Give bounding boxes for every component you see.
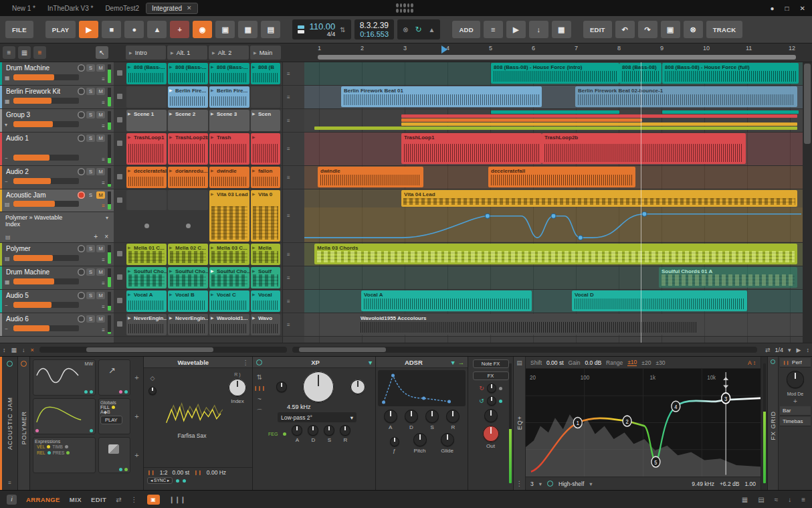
track-row[interactable]: Audio 6 SM — [0, 313, 114, 337]
clip-slot[interactable] — [251, 133, 280, 165]
add-fx-button[interactable]: + — [780, 398, 811, 405]
track-menu-icon[interactable] — [102, 304, 105, 310]
edit-button[interactable]: EDIT — [583, 21, 612, 38]
fill-label[interactable]: FILL — [100, 405, 110, 410]
volume-fader[interactable] — [13, 278, 79, 284]
scene-play-icon[interactable] — [253, 50, 257, 55]
clip-play-icon[interactable] — [211, 64, 214, 69]
clip-slot[interactable]: Soulful Cho... — [126, 267, 167, 288]
clip-slot[interactable]: Berlin Fire... — [209, 86, 249, 108]
volume-fader[interactable] — [13, 255, 79, 261]
pitch-knob[interactable] — [413, 433, 427, 446]
track-name[interactable]: Berlin Firework Kit — [6, 88, 60, 95]
clip-slot[interactable]: Trash — [209, 133, 249, 165]
wavetable-title[interactable]: Wavetable — [147, 359, 239, 366]
device-chain-label[interactable]: Polymer » Wavetable — [5, 214, 108, 221]
clip-slot[interactable]: Vita 0 — [251, 190, 280, 242]
mappings-icon[interactable]: ≈ — [775, 496, 779, 503]
clip-slot[interactable]: dorianredu... — [168, 167, 208, 188]
track-menu-icon[interactable] — [102, 157, 105, 163]
spread-knob[interactable] — [484, 409, 498, 422]
band-gain-value[interactable]: +6.2 dB — [720, 481, 740, 487]
band-select-caret[interactable] — [539, 481, 542, 487]
mod-outputs[interactable] — [119, 390, 128, 394]
solo-button[interactable]: S — [86, 88, 95, 95]
panel-layout-button[interactable] — [261, 21, 280, 38]
record-arm-button[interactable] — [78, 168, 85, 175]
track-name[interactable]: Drum Machine — [6, 268, 49, 276]
rel-label[interactable]: REL — [37, 450, 45, 455]
arranger-clip[interactable]: TrashLoop1 — [401, 133, 542, 164]
clip-slot[interactable]: NeverEngin... — [168, 314, 208, 335]
clip-play-icon[interactable] — [252, 168, 256, 173]
mod-dot[interactable] — [183, 479, 186, 483]
feg-release-knob[interactable] — [340, 425, 350, 436]
band-type-value[interactable]: High-shelf — [559, 481, 584, 487]
launcher-view-icon[interactable] — [18, 46, 31, 59]
empty-clip-slot[interactable] — [126, 190, 167, 210]
close-tab-icon[interactable]: ✕ — [187, 5, 192, 11]
track-name[interactable]: Audio 5 — [6, 292, 29, 299]
clip-slot[interactable]: NeverEngin... — [126, 314, 167, 335]
clip-slot[interactable]: Vocal C — [209, 290, 249, 312]
layout-button[interactable] — [215, 21, 235, 38]
device-slot-dot[interactable] — [126, 211, 167, 240]
band-freq-value[interactable]: 9.49 kHz — [692, 481, 714, 487]
transport-stop-button[interactable] — [102, 21, 121, 38]
duplicate-button[interactable] — [661, 21, 680, 38]
track-menu-icon[interactable] — [102, 327, 105, 333]
clip-play-icon[interactable] — [252, 135, 256, 139]
arranger-clip-alias[interactable]: Soulful Chords 01 A — [659, 267, 797, 288]
browser-panel-icon[interactable] — [801, 496, 805, 503]
project-tab[interactable]: New 1 * — [7, 3, 41, 13]
filter-header[interactable]: XP — [253, 357, 375, 368]
clip-play-icon[interactable] — [252, 268, 256, 273]
clip-play-icon[interactable] — [252, 245, 256, 250]
arranger-clip[interactable]: dwindle — [318, 167, 423, 187]
mute-button[interactable]: M — [96, 168, 105, 175]
track-name[interactable]: Polymer — [6, 245, 31, 252]
stop-clip-button[interactable] — [117, 321, 122, 327]
mod-source-module[interactable] — [98, 359, 130, 396]
stop-column[interactable] — [114, 133, 126, 165]
restore-icon[interactable]: □ — [785, 5, 789, 12]
transport-record-button[interactable] — [124, 21, 144, 38]
track-power-icon[interactable] — [7, 361, 13, 367]
vertical-scrollbar[interactable] — [803, 62, 812, 343]
filter-title[interactable]: XP — [266, 359, 365, 366]
mod-dot[interactable] — [499, 387, 502, 390]
volume-fader[interactable] — [13, 74, 79, 80]
clip-slot[interactable]: Vita 03 Lead — [209, 190, 249, 242]
clip-play-icon[interactable] — [128, 168, 131, 173]
arranger-clip[interactable]: 808 (Bass-08) - House Force (intro) — [491, 63, 619, 84]
mod-dot[interactable] — [499, 400, 502, 403]
track-name[interactable]: Audio 1 — [6, 135, 29, 142]
add-device-icon[interactable] — [94, 233, 98, 240]
lane-options-icon[interactable] — [283, 109, 304, 133]
stop-clip-button[interactable] — [117, 70, 122, 76]
clip-play-icon[interactable] — [128, 245, 131, 250]
volume-fader[interactable] — [13, 201, 79, 207]
track-row[interactable]: Drum Machine SM — [0, 266, 114, 290]
empty-clip-slot[interactable] — [126, 86, 167, 108]
mod-knob[interactable] — [487, 384, 496, 393]
metronome-button[interactable] — [147, 21, 167, 38]
wavetable-options-icon[interactable] — [243, 359, 249, 366]
feg-sustain-knob[interactable] — [324, 425, 334, 436]
arranger-clip[interactable]: Mella 03 Chords — [314, 244, 797, 264]
track-menu-icon[interactable] — [102, 280, 105, 286]
play-mode-button[interactable]: PLAY — [100, 416, 122, 424]
lane-options-icon[interactable] — [283, 290, 304, 313]
clip-play-icon[interactable] — [211, 111, 214, 116]
pipes-icon[interactable]: ❙❙❙ — [169, 496, 186, 503]
resonance-knob[interactable] — [350, 379, 365, 394]
remove-device-icon[interactable] — [104, 233, 108, 240]
release-knob[interactable] — [446, 410, 460, 423]
mod-depth-knob[interactable] — [787, 371, 804, 388]
detune-knob[interactable] — [148, 387, 157, 395]
random-module[interactable] — [98, 437, 130, 473]
stop-column[interactable] — [114, 166, 126, 189]
solo-button[interactable]: S — [86, 64, 95, 72]
arranger-lane[interactable]: Berlin Firework Beat 01 Berlin Firework … — [304, 86, 803, 109]
track-menu-icon[interactable] — [102, 100, 105, 106]
